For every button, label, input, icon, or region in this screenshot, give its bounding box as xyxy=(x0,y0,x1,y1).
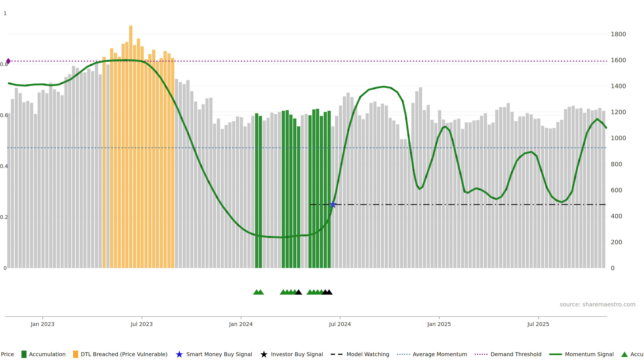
right-axis-tick-label: 1200 xyxy=(611,109,626,115)
legend-label: Model Watching xyxy=(346,351,389,358)
legend-item-smart-money-buy-signal: ★Smart Money Buy Signal xyxy=(175,351,252,358)
right-axis-tick-label: 0 xyxy=(611,265,615,272)
legend-item-accumulation: Accumulation xyxy=(22,351,66,358)
chart-overlay-svg xyxy=(0,0,644,362)
x-axis-tick xyxy=(439,317,440,319)
x-axis-tick xyxy=(241,317,241,319)
legend-dots-icon xyxy=(474,353,488,355)
legend-square-swatch xyxy=(22,351,26,358)
x-axis-tick-label: Jan 2023 xyxy=(31,321,54,327)
legend-item-momentum-signal: Momentum Signal xyxy=(549,351,614,358)
left-axis-tick-label: 0.8 xyxy=(0,61,7,67)
legend-label: Smart Money Buy Signal xyxy=(186,351,252,358)
left-axis-tick-label: 0 xyxy=(0,265,7,271)
legend-label: Accumulation xyxy=(29,351,66,358)
momentum-signal-line-dashes xyxy=(9,60,606,238)
momentum-signal-line xyxy=(9,60,606,238)
legend-item-model-watching: Model Watching xyxy=(330,351,389,358)
right-axis-tick-label: 200 xyxy=(611,239,622,245)
x-axis-line xyxy=(5,316,607,317)
left-axis-tick-label: 0.4 xyxy=(0,163,7,169)
left-axis-tick-label: 0.2 xyxy=(0,214,7,220)
x-axis-tick xyxy=(142,317,142,319)
right-axis-tick-label: 1600 xyxy=(611,57,626,63)
legend-square-swatch xyxy=(73,351,78,358)
legend-item-dtl-breached-price-vulnerable-: DTL Breached (Price Vulnerable) xyxy=(73,351,168,358)
legend-item-investor-buy-signal: ★Investor Buy Signal xyxy=(260,351,323,358)
legend-item-demand-threshold: Demand Threshold xyxy=(474,351,542,358)
chart-legend: Close PriceAccumulationDTL Breached (Pri… xyxy=(0,351,644,358)
legend-line-icon xyxy=(549,353,562,355)
x-axis-tick xyxy=(42,317,43,319)
x-axis-tick xyxy=(538,317,539,319)
right-axis-tick-label: 600 xyxy=(611,187,622,193)
legend-dash-icon xyxy=(330,353,344,355)
x-axis-tick-label: Jul 2025 xyxy=(528,321,549,327)
right-axis-tick-label: 1000 xyxy=(611,135,626,141)
right-axis-tick-label: 1400 xyxy=(611,83,626,89)
legend-label: Average Momentum xyxy=(413,351,467,358)
right-axis-tick-label: 1800 xyxy=(611,31,626,37)
left-axis-tick-label: 0.6 xyxy=(0,112,7,118)
x-axis-tick-label: Jul 2023 xyxy=(131,321,153,327)
legend-dots-icon xyxy=(397,353,410,355)
legend-label: Momentum Signal xyxy=(565,351,614,358)
x-axis-tick xyxy=(340,317,340,319)
source-attribution: source: sharemaestro.com xyxy=(560,301,636,308)
right-axis-tick-label: 800 xyxy=(611,161,622,167)
left-axis-tick-label: 1 xyxy=(0,10,7,16)
legend-item-accumulation: Accumulation xyxy=(621,351,644,358)
legend-label: Close Price xyxy=(0,351,14,358)
legend-item-average-momentum: Average Momentum xyxy=(397,351,467,358)
legend-label: Demand Threshold xyxy=(490,351,542,358)
legend-triangle-icon xyxy=(621,352,628,357)
x-axis-tick-label: Jul 2024 xyxy=(329,321,351,327)
legend-star-icon: ★ xyxy=(175,351,184,358)
x-axis-tick-label: Jan 2024 xyxy=(229,321,253,327)
x-axis-tick-label: Jan 2025 xyxy=(428,321,451,327)
price-momentum-chart: Jan 2023Jul 2023Jan 2024Jul 2024Jan 2025… xyxy=(0,0,644,362)
legend-label: Investor Buy Signal xyxy=(271,351,323,358)
legend-label: DTL Breached (Price Vulnerable) xyxy=(81,351,168,358)
legend-star-icon: ★ xyxy=(260,351,268,358)
right-axis-tick-label: 400 xyxy=(611,213,622,219)
legend-item-close-price: Close Price xyxy=(0,351,14,358)
legend-label: Accumulation xyxy=(630,351,644,358)
